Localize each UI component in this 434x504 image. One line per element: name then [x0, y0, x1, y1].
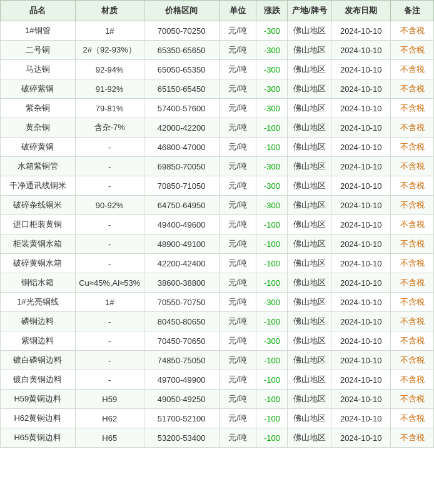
table-cell: 二号铜 [1, 41, 76, 60]
table-cell: 2024-10-10 [331, 428, 391, 448]
table-cell: 元/吨 [219, 60, 256, 79]
table-cell: - [75, 254, 144, 273]
table-cell: 70850-71050 [144, 176, 219, 196]
table-cell: 不含税 [391, 234, 434, 254]
table-cell: 2024-10-10 [331, 409, 391, 428]
table-cell: -100 [256, 351, 288, 370]
table-cell: 元/吨 [219, 273, 256, 293]
table-cell: 65350-65650 [144, 41, 219, 60]
table-cell: 不含税 [391, 293, 434, 312]
table-cell: 破碎杂线铜米 [1, 196, 76, 215]
table-cell: 2024-10-10 [331, 351, 391, 370]
table-cell: -300 [256, 196, 288, 215]
header-date: 发布日期 [331, 1, 391, 21]
table-cell: 不含税 [391, 157, 434, 176]
table-cell: 79-81% [75, 99, 144, 118]
table-cell: 佛山地区 [288, 176, 331, 196]
table-cell: 元/吨 [219, 293, 256, 312]
table-cell: 进口柜装黄铜 [1, 215, 76, 234]
table-cell: 黄杂铜 [1, 118, 76, 138]
table-cell: 元/吨 [219, 41, 256, 60]
table-cell: -100 [256, 118, 288, 138]
table-cell: 不含税 [391, 370, 434, 390]
header-price: 价格区间 [144, 1, 219, 21]
table-cell: 佛山地区 [288, 312, 331, 331]
table-cell: 2024-10-10 [331, 99, 391, 118]
table-cell: 元/吨 [219, 409, 256, 428]
table-cell: - [75, 351, 144, 370]
table-row: H65黄铜边料H6553200-53400元/吨-100佛山地区2024-10-… [1, 428, 434, 448]
table-row: 破碎杂线铜米90-92%64750-64950元/吨-300佛山地区2024-1… [1, 196, 434, 215]
table-cell: 紫杂铜 [1, 99, 76, 118]
table-cell: H65 [75, 428, 144, 448]
table-cell: 不含税 [391, 118, 434, 138]
table-row: 马达铜92-94%65050-65350元/吨-300佛山地区2024-10-1… [1, 60, 434, 79]
table-cell: - [75, 234, 144, 254]
table-cell: - [75, 157, 144, 176]
table-cell: 2024-10-10 [331, 215, 391, 234]
table-cell: 干净通讯线铜米 [1, 176, 76, 196]
table-cell: 不含税 [391, 138, 434, 157]
table-cell: 49700-49900 [144, 370, 219, 390]
table-cell: 元/吨 [219, 351, 256, 370]
table-cell: 2024-10-10 [331, 41, 391, 60]
table-cell: 佛山地区 [288, 215, 331, 234]
table-cell: 佛山地区 [288, 157, 331, 176]
table-cell: 80450-80650 [144, 312, 219, 331]
table-cell: 不含税 [391, 99, 434, 118]
table-cell: 不含税 [391, 176, 434, 196]
table-cell: -100 [256, 390, 288, 409]
table-cell: - [75, 138, 144, 157]
table-cell: 元/吨 [219, 312, 256, 331]
table-cell: 佛山地区 [288, 331, 331, 351]
table-cell: 元/吨 [219, 79, 256, 99]
header-material: 材质 [75, 1, 144, 21]
table-cell: 2024-10-10 [331, 390, 391, 409]
table-row: 1#铜管1#70050-70250元/吨-300佛山地区2024-10-10不含… [1, 21, 434, 41]
table-cell: 不含税 [391, 41, 434, 60]
table-cell: 2024-10-10 [331, 79, 391, 99]
table-cell: 92-94% [75, 60, 144, 79]
header-note: 备注 [391, 1, 434, 21]
table-cell: 2024-10-10 [331, 118, 391, 138]
table-row: H62黄铜边料H6251700-52100元/吨-100佛山地区2024-10-… [1, 409, 434, 428]
table-cell: 42000-42200 [144, 118, 219, 138]
table-cell: 不含税 [391, 254, 434, 273]
header-name: 品名 [1, 1, 76, 21]
table-cell: 破碎黄铜 [1, 138, 76, 157]
table-cell: 2024-10-10 [331, 293, 391, 312]
table-cell: 佛山地区 [288, 351, 331, 370]
table-row: 黄杂铜含杂-7%42000-42200元/吨-100佛山地区2024-10-10… [1, 118, 434, 138]
table-cell: 佛山地区 [288, 41, 331, 60]
table-cell: 不含税 [391, 409, 434, 428]
table-cell: -100 [256, 234, 288, 254]
table-cell: -100 [256, 215, 288, 234]
table-cell: 51700-52100 [144, 409, 219, 428]
table-cell: 元/吨 [219, 118, 256, 138]
table-cell: 不含税 [391, 351, 434, 370]
table-row: 紫杂铜79-81%57400-57600元/吨-300佛山地区2024-10-1… [1, 99, 434, 118]
table-cell: 不含税 [391, 390, 434, 409]
table-cell: - [75, 312, 144, 331]
table-cell: -100 [256, 273, 288, 293]
table-cell: 2024-10-10 [331, 157, 391, 176]
table-cell: 1#光亮铜线 [1, 293, 76, 312]
table-cell: 不含税 [391, 428, 434, 448]
table-row: 进口柜装黄铜-49400-49600元/吨-100佛山地区2024-10-10不… [1, 215, 434, 234]
table-cell: 不含税 [391, 196, 434, 215]
table-row: 镀白磷铜边料-74850-75050元/吨-100佛山地区2024-10-10不… [1, 351, 434, 370]
table-cell: - [75, 176, 144, 196]
table-cell: H62 [75, 409, 144, 428]
table-cell: 元/吨 [219, 215, 256, 234]
table-cell: 1# [75, 293, 144, 312]
table-cell: 佛山地区 [288, 99, 331, 118]
table-row: 紫铜边料-70450-70650元/吨-300佛山地区2024-10-10不含税 [1, 331, 434, 351]
table-cell: 2024-10-10 [331, 60, 391, 79]
table-cell: 水箱紫铜管 [1, 157, 76, 176]
table-cell: -100 [256, 138, 288, 157]
table-row: 破碎黄铜水箱-42200-42400元/吨-100佛山地区2024-10-10不… [1, 254, 434, 273]
table-cell: -300 [256, 99, 288, 118]
table-cell: 镀白黄铜边料 [1, 370, 76, 390]
table-cell: 柜装黄铜水箱 [1, 234, 76, 254]
table-cell: 元/吨 [219, 157, 256, 176]
